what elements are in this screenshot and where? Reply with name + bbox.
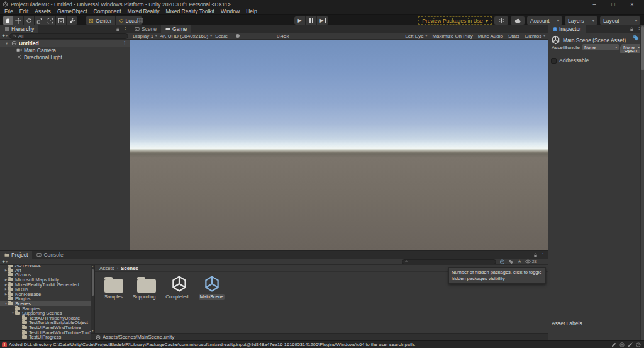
tab-project[interactable]: Project	[0, 251, 32, 259]
tree-row-selected[interactable]: ▼Scenes	[0, 301, 91, 306]
disclosure-triangle-icon[interactable]: ▶	[4, 269, 8, 272]
disclosure-triangle-icon[interactable]: ▶	[4, 283, 8, 286]
menu-mixed-reality-toolkit[interactable]: Mixed Reality Toolkit	[163, 8, 218, 14]
project-search-input[interactable]	[402, 259, 496, 264]
progress-idle-icon[interactable]	[636, 342, 641, 347]
package-filter-icon[interactable]	[499, 259, 505, 264]
preview-packages-button[interactable]: Preview Packages in Use▾	[418, 16, 492, 25]
display-dropdown[interactable]: Display 1▾	[133, 33, 157, 39]
project-toolbar: +▾ ★ 28	[0, 259, 548, 265]
menu-assets[interactable]: Assets	[31, 8, 54, 14]
transform-tool-button[interactable]	[56, 16, 67, 25]
menu-mixed-reality[interactable]: Mixed Reality	[125, 8, 163, 14]
scroll-down-icon[interactable]: ▾	[91, 329, 94, 332]
account-dropdown[interactable]: Account▾	[527, 16, 562, 25]
label-tag-icon[interactable]	[633, 35, 639, 41]
move-tool-button[interactable]	[13, 16, 24, 25]
play-button[interactable]: ▶	[294, 16, 306, 25]
hierarchy-search-input[interactable]: All	[9, 33, 128, 39]
disclosure-triangle-icon[interactable]: ▼	[4, 302, 8, 305]
menu-component[interactable]: Component	[91, 8, 125, 14]
game-view-render[interactable]	[130, 40, 548, 250]
hand-tool-button[interactable]	[3, 16, 13, 25]
kebab-menu-icon[interactable]: ⋮	[540, 252, 545, 258]
stats-toggle[interactable]: Stats	[508, 33, 519, 39]
menu-window[interactable]: Window	[218, 8, 243, 14]
addressable-checkbox[interactable]	[551, 58, 557, 64]
status-bar[interactable]: ! Added DLL directory C:\Data\Unity\Code…	[0, 340, 644, 348]
resolution-dropdown[interactable]: 4K UHD (3840x2160)▾	[160, 33, 212, 39]
menu-help[interactable]: Help	[243, 8, 260, 14]
close-button[interactable]: ×	[623, 0, 641, 8]
minimize-button[interactable]: –	[585, 0, 604, 8]
disclosure-triangle-icon[interactable]: ▶	[4, 278, 8, 281]
breadcrumb-scenes[interactable]: Scenes	[121, 266, 138, 271]
tree-row[interactable]: Plugins	[0, 296, 91, 301]
hierarchy-item-main-camera[interactable]: Main Camera	[0, 47, 130, 53]
rotate-tool-button[interactable]	[24, 16, 35, 25]
maximize-on-play-toggle[interactable]: Maximize On Play	[432, 33, 472, 39]
asset-item-mainscene[interactable]: MainScene	[197, 274, 226, 300]
label-filter-icon[interactable]	[508, 259, 514, 264]
auto-refresh-off-icon[interactable]	[611, 342, 616, 347]
hierarchy-item-directional-light[interactable]: Directional Light	[0, 53, 130, 60]
disclosure-triangle-icon[interactable]: ▼	[11, 312, 15, 315]
tree-row[interactable]: ▶MixedRealityToolkit.Generated	[0, 282, 91, 287]
step-button[interactable]: ▶	[317, 16, 328, 25]
disclosure-triangle-icon[interactable]: ▼	[5, 42, 9, 45]
rect-tool-button[interactable]	[45, 16, 56, 25]
custom-tool-button[interactable]	[67, 16, 77, 25]
favorites-star-icon[interactable]: ★	[517, 259, 521, 264]
hierarchy-scene-row[interactable]: ▼ Untitled ⋮	[0, 40, 130, 47]
tab-hierarchy[interactable]: Hierarchy	[0, 25, 38, 33]
tab-console[interactable]: Console	[32, 251, 67, 259]
lock-icon[interactable]	[533, 253, 538, 257]
gizmos-dropdown[interactable]: Gizmos▾	[525, 33, 545, 39]
hidden-packages-toggle[interactable]: 28	[525, 259, 537, 264]
code-edit-off-icon[interactable]	[628, 342, 633, 347]
menu-edit[interactable]: Edit	[16, 8, 32, 14]
cloud-button[interactable]	[511, 16, 525, 25]
hierarchy-add-button[interactable]: +▾	[2, 33, 8, 39]
tree-row[interactable]: TestUIProgress	[0, 335, 91, 340]
menu-file[interactable]: File	[1, 8, 16, 14]
scrollbar-thumb[interactable]	[92, 269, 94, 296]
layout-dropdown[interactable]: Layout▾	[600, 16, 640, 25]
tab-scene[interactable]: Scene	[130, 25, 161, 33]
assetbundle-variant-dropdown[interactable]: None▾	[621, 44, 641, 50]
collab-button[interactable]	[494, 16, 508, 25]
lock-icon[interactable]	[116, 27, 120, 31]
project-add-button[interactable]: +▾	[2, 259, 8, 265]
scale-slider[interactable]	[231, 33, 274, 39]
kebab-menu-icon[interactable]: ⋮	[122, 40, 130, 46]
breadcrumb-assets[interactable]: Assets	[99, 266, 114, 271]
lock-icon[interactable]	[630, 27, 634, 31]
pivot-center-button[interactable]: Center	[86, 16, 116, 25]
mute-audio-toggle[interactable]: Mute Audio	[478, 33, 503, 39]
kebab-menu-icon[interactable]: ⋮	[123, 26, 128, 32]
disclosure-triangle-icon[interactable]: ▶	[4, 288, 8, 291]
disclosure-triangle-icon[interactable]: ▶	[4, 293, 8, 296]
inspector-scrollbar[interactable]	[640, 25, 644, 340]
asset-item-supporting-scenes[interactable]: Supporting...	[131, 274, 161, 300]
assetbundle-dropdown[interactable]: None▾	[582, 44, 619, 50]
project-tree-scrollbar[interactable]: ▴ ▾	[91, 265, 95, 340]
package-manager-icon[interactable]	[619, 342, 625, 347]
slider-thumb[interactable]	[236, 34, 240, 38]
pause-button[interactable]	[306, 16, 317, 25]
asset-item-samples[interactable]: Samples	[99, 274, 128, 300]
left-eye-dropdown[interactable]: Left Eye▾	[405, 33, 427, 39]
tree-row[interactable]: ▶NonRelease	[0, 292, 91, 297]
tab-inspector[interactable]: i Inspector	[548, 25, 586, 33]
scroll-up-icon[interactable]: ▴	[91, 265, 94, 268]
scrollbar-thumb[interactable]	[641, 26, 644, 70]
scale-tool-button[interactable]	[35, 16, 45, 25]
grid-snap-icon[interactable]	[137, 18, 143, 24]
asset-item-completed-scene[interactable]: Completed...	[164, 274, 194, 300]
layers-dropdown[interactable]: Layers▾	[565, 16, 597, 25]
menu-gameobject[interactable]: GameObject	[54, 8, 91, 14]
maximize-button[interactable]: □	[604, 0, 623, 8]
tree-row[interactable]: ▶Art	[0, 268, 91, 273]
tree-row[interactable]: ▶MRTK	[0, 287, 91, 292]
tab-game[interactable]: Game	[161, 25, 191, 33]
